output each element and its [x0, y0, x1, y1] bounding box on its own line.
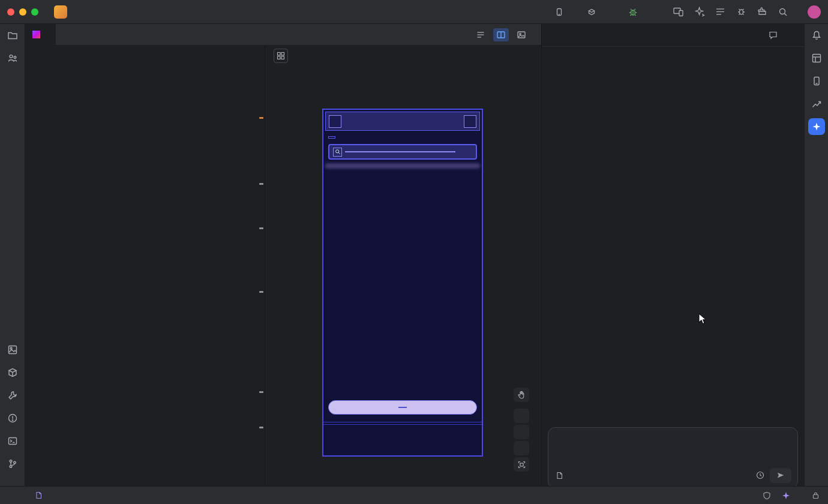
right-tool-rail: [804, 24, 828, 486]
kotlin-file-icon: [32, 31, 40, 38]
send-button[interactable]: [770, 468, 791, 483]
split-view-toggle[interactable]: [493, 28, 509, 41]
zoom-to-fit-button[interactable]: [514, 457, 529, 472]
ai-assist-icon[interactable]: [694, 6, 705, 17]
phone-icon: [555, 8, 563, 16]
running-devices-button[interactable]: [805, 70, 828, 92]
error-stripe-mark[interactable]: [259, 427, 263, 428]
layout-inspector-button[interactable]: [805, 47, 828, 70]
bottom-nav-wrap: [323, 422, 482, 455]
preview-phone-screen: [322, 109, 483, 457]
run-config-selector[interactable]: [587, 8, 602, 16]
titlebar: [0, 0, 828, 24]
settings-button[interactable]: [464, 115, 476, 128]
project-logo: [54, 5, 67, 19]
header-shadow: [325, 163, 480, 169]
search-bar[interactable]: [328, 144, 477, 160]
preview-app-bar: [325, 112, 480, 131]
screen-title: [328, 136, 335, 139]
error-stripe-mark[interactable]: [259, 117, 263, 119]
zoom-reset-button[interactable]: [514, 441, 529, 455]
editor-tab[interactable]: [25, 24, 56, 46]
device-explorer-tool-button[interactable]: [0, 361, 25, 384]
gemini-rail-button[interactable]: [808, 118, 825, 135]
search-placeholder: [345, 151, 455, 152]
compose-preview-pane: [265, 46, 541, 486]
zoom-controls: [514, 388, 529, 472]
search-icon: [333, 148, 342, 157]
zoom-out-button[interactable]: [514, 425, 529, 439]
project-tool-button[interactable]: [0, 24, 25, 47]
gemini-input[interactable]: [548, 427, 798, 488]
user-avatar[interactable]: [808, 5, 821, 19]
notifications-button[interactable]: [805, 24, 828, 47]
bottom-nav: [323, 424, 482, 455]
main-area: [0, 24, 828, 486]
grid-layout-toggle[interactable]: [274, 49, 288, 63]
task-list-icon[interactable]: [715, 6, 726, 17]
commit-tool-button[interactable]: [0, 47, 25, 70]
gemini-header: [542, 24, 804, 47]
version-control-tool-button[interactable]: [0, 452, 25, 475]
faq-list: [323, 172, 482, 400]
device-selector[interactable]: [555, 8, 569, 16]
zoom-in-button[interactable]: [514, 409, 529, 423]
chat-history-icon[interactable]: [769, 31, 778, 40]
gemini-input-placeholder: [548, 428, 797, 434]
device-mirroring-icon[interactable]: [673, 6, 684, 17]
contact-us-button[interactable]: [328, 400, 477, 415]
plugins-icon[interactable]: [757, 6, 768, 17]
terminal-tool-button[interactable]: [0, 430, 25, 452]
mouse-cursor: [698, 313, 708, 325]
window-controls: [7, 8, 38, 16]
profiler-icon[interactable]: [736, 6, 747, 17]
gemini-body: [542, 47, 804, 486]
app-insights-button[interactable]: [805, 92, 828, 115]
search-icon[interactable]: [778, 7, 788, 17]
left-tool-rail: [0, 24, 25, 486]
editor-region: [25, 24, 541, 486]
minimize-window-button[interactable]: [19, 8, 26, 16]
history-icon[interactable]: [756, 471, 764, 479]
app-module-icon: [587, 8, 596, 16]
gemini-panel: [541, 24, 804, 486]
context-icon: [556, 472, 563, 479]
inspections-widget[interactable]: [241, 50, 259, 52]
ai-spark-icon[interactable]: [782, 491, 790, 500]
error-stripe-mark[interactable]: [259, 227, 263, 229]
editor-tabbar: [25, 24, 541, 46]
error-stripe-mark[interactable]: [259, 391, 263, 393]
design-view-toggle[interactable]: [514, 28, 529, 41]
xml-file-icon: [35, 491, 43, 499]
more-tools-button[interactable]: [0, 70, 25, 92]
lock-icon[interactable]: [812, 491, 820, 499]
shield-icon[interactable]: [763, 491, 771, 500]
code-editor[interactable]: [25, 46, 265, 486]
build-tool-button[interactable]: [0, 384, 25, 407]
code-view-toggle[interactable]: [473, 28, 488, 41]
pan-tool-button[interactable]: [514, 388, 529, 402]
problems-tool-button[interactable]: [0, 407, 25, 430]
resource-manager-tool-button[interactable]: [0, 338, 25, 361]
statusbar: [0, 486, 828, 504]
error-stripe-mark[interactable]: [259, 291, 263, 293]
debug-button[interactable]: [628, 7, 638, 17]
error-stripe-mark[interactable]: [259, 183, 263, 185]
maximize-window-button[interactable]: [31, 8, 38, 16]
contact-us-label: [398, 407, 407, 408]
back-button[interactable]: [329, 115, 341, 128]
close-window-button[interactable]: [7, 8, 14, 16]
